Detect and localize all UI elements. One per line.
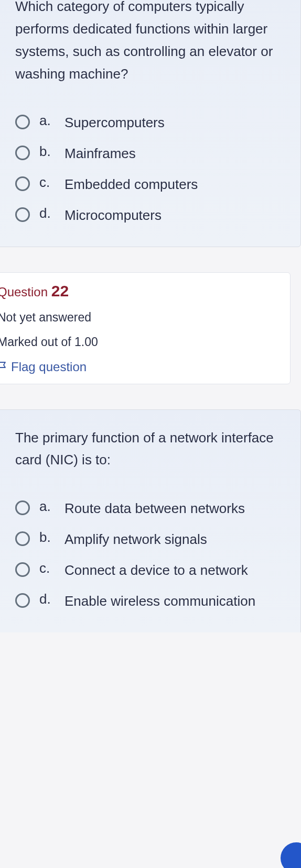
option-text: Amplify network signals	[64, 529, 207, 550]
radio-icon[interactable]	[15, 207, 30, 222]
option-a[interactable]: a. Route data between networks	[15, 498, 286, 519]
question-text: The primary function of a network interf…	[15, 427, 286, 472]
flag-icon	[0, 361, 7, 373]
flag-question-button[interactable]: Flag question	[0, 360, 283, 374]
question-number: Question 22	[0, 282, 283, 300]
options-list: a. Supercomputers b. Mainframes c. Embed…	[15, 113, 286, 226]
option-d[interactable]: d. Enable wireless communication	[15, 591, 286, 611]
option-letter: a.	[39, 498, 55, 515]
flag-label: Flag question	[11, 360, 87, 374]
question-status: Not yet answered	[0, 310, 283, 325]
radio-icon[interactable]	[15, 500, 30, 515]
option-letter: d.	[39, 205, 55, 221]
radio-icon[interactable]	[15, 146, 30, 160]
question-card-21: Which category of computers typically pe…	[0, 0, 301, 247]
option-b[interactable]: b. Amplify network signals	[15, 529, 286, 550]
option-letter: c.	[39, 560, 55, 576]
option-text: Enable wireless communication	[64, 591, 255, 611]
option-letter: b.	[39, 529, 55, 546]
radio-icon[interactable]	[15, 593, 30, 608]
option-text: Connect a device to a network	[64, 560, 248, 581]
question-text: Which category of computers typically pe…	[15, 0, 286, 85]
option-text: Supercomputers	[64, 113, 165, 133]
option-text: Route data between networks	[64, 498, 245, 519]
question-label: Question	[0, 285, 48, 299]
option-c[interactable]: c. Connect a device to a network	[15, 560, 286, 581]
option-c[interactable]: c. Embedded computers	[15, 174, 286, 195]
option-b[interactable]: b. Mainframes	[15, 143, 286, 164]
floating-action-button[interactable]	[281, 842, 301, 868]
option-letter: a.	[39, 113, 55, 129]
radio-icon[interactable]	[15, 562, 30, 577]
option-text: Microcomputers	[64, 205, 162, 226]
radio-icon[interactable]	[15, 531, 30, 546]
option-a[interactable]: a. Supercomputers	[15, 113, 286, 133]
option-text: Embedded computers	[64, 174, 198, 195]
options-list: a. Route data between networks b. Amplif…	[15, 498, 286, 611]
question-card-22: The primary function of a network interf…	[0, 409, 301, 633]
option-d[interactable]: d. Microcomputers	[15, 205, 286, 226]
question-meta: Question 22 Not yet answered Marked out …	[0, 272, 291, 384]
radio-icon[interactable]	[15, 115, 30, 129]
option-letter: b.	[39, 143, 55, 160]
question-number-value: 22	[51, 282, 69, 299]
option-text: Mainframes	[64, 143, 136, 164]
question-marks: Marked out of 1.00	[0, 335, 283, 349]
option-letter: d.	[39, 591, 55, 607]
radio-icon[interactable]	[15, 176, 30, 191]
option-letter: c.	[39, 174, 55, 191]
